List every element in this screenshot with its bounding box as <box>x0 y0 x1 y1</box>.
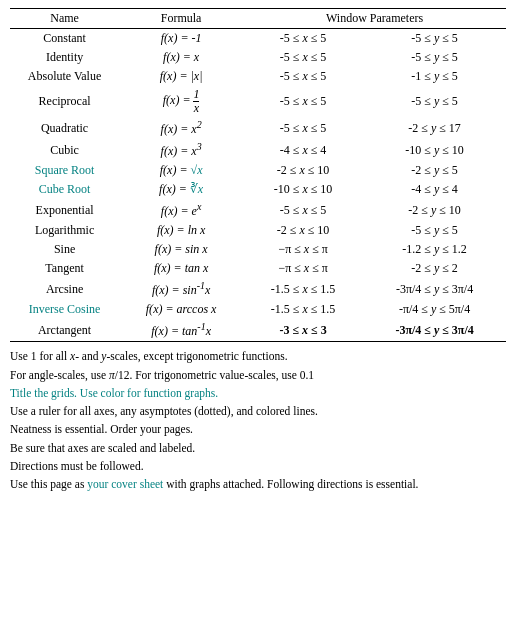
cell-xrange: -5 ≤ x ≤ 5 <box>243 117 363 139</box>
cell-name: Absolute Value <box>10 67 119 86</box>
cell-yrange: -2 ≤ y ≤ 5 <box>363 161 506 180</box>
cell-xrange: −π ≤ x ≤ π <box>243 240 363 259</box>
cell-name: Quadratic <box>10 117 119 139</box>
cell-formula: f(x) = arccos x <box>119 300 243 319</box>
cell-name: Square Root <box>10 161 119 180</box>
cell-name: Cube Root <box>10 180 119 199</box>
cell-yrange: -4 ≤ y ≤ 4 <box>363 180 506 199</box>
cell-formula: f(x) = ex <box>119 199 243 221</box>
table-row: Cubicf(x) = x3-4 ≤ x ≤ 4-10 ≤ y ≤ 10 <box>10 139 506 161</box>
header-name: Name <box>10 9 119 29</box>
cell-name: Cubic <box>10 139 119 161</box>
cell-formula: f(x) = ∛x <box>119 180 243 199</box>
cell-name: Arctangent <box>10 319 119 342</box>
cell-formula: f(x) = sin x <box>119 240 243 259</box>
cell-xrange: -2 ≤ x ≤ 10 <box>243 221 363 240</box>
cell-xrange: -5 ≤ x ≤ 5 <box>243 199 363 221</box>
cell-name: Tangent <box>10 259 119 278</box>
cell-name: Arcsine <box>10 278 119 300</box>
cell-yrange: -5 ≤ y ≤ 5 <box>363 48 506 67</box>
cell-yrange: -5 ≤ y ≤ 5 <box>363 29 506 49</box>
cell-formula: f(x) = √x <box>119 161 243 180</box>
cell-name: Reciprocal <box>10 86 119 117</box>
cell-yrange: -5 ≤ y ≤ 5 <box>363 221 506 240</box>
table-row: Logarithmicf(x) = ln x-2 ≤ x ≤ 10-5 ≤ y … <box>10 221 506 240</box>
cell-xrange: -1.5 ≤ x ≤ 1.5 <box>243 278 363 300</box>
cell-xrange: -5 ≤ x ≤ 5 <box>243 86 363 117</box>
cell-xrange: -3 ≤ x ≤ 3 <box>243 319 363 342</box>
header-window: Window Parameters <box>243 9 506 29</box>
note-7: Directions must be followed. <box>10 458 506 475</box>
cell-yrange: -2 ≤ y ≤ 17 <box>363 117 506 139</box>
table-row: Exponentialf(x) = ex-5 ≤ x ≤ 5-2 ≤ y ≤ 1… <box>10 199 506 221</box>
cell-formula: f(x) = x <box>119 48 243 67</box>
table-row: Quadraticf(x) = x2-5 ≤ x ≤ 5-2 ≤ y ≤ 17 <box>10 117 506 139</box>
table-row: Cube Rootf(x) = ∛x-10 ≤ x ≤ 10-4 ≤ y ≤ 4 <box>10 180 506 199</box>
cell-xrange: -2 ≤ x ≤ 10 <box>243 161 363 180</box>
note-8: Use this page as your cover sheet with g… <box>10 476 506 493</box>
cell-formula: f(x) = x3 <box>119 139 243 161</box>
cell-formula: f(x) = -1 <box>119 29 243 49</box>
cell-yrange: -3π/4 ≤ y ≤ 3π/4 <box>363 278 506 300</box>
table-row: Inverse Cosinef(x) = arccos x-1.5 ≤ x ≤ … <box>10 300 506 319</box>
cell-yrange: -2 ≤ y ≤ 10 <box>363 199 506 221</box>
cell-yrange: -1 ≤ y ≤ 5 <box>363 67 506 86</box>
table-row: Tangentf(x) = tan x−π ≤ x ≤ π-2 ≤ y ≤ 2 <box>10 259 506 278</box>
cell-yrange: -π/4 ≤ y ≤ 5π/4 <box>363 300 506 319</box>
cell-name: Logarithmic <box>10 221 119 240</box>
table-row: Arctangentf(x) = tan-1x-3 ≤ x ≤ 3-3π/4 ≤… <box>10 319 506 342</box>
cell-formula: f(x) = |x| <box>119 67 243 86</box>
cell-yrange: -2 ≤ y ≤ 2 <box>363 259 506 278</box>
cell-formula: f(x) = x2 <box>119 117 243 139</box>
cell-formula: f(x) = 1x <box>119 86 243 117</box>
cell-xrange: -1.5 ≤ x ≤ 1.5 <box>243 300 363 319</box>
note-3: Title the grids. Use color for function … <box>10 385 506 402</box>
cell-xrange: -5 ≤ x ≤ 5 <box>243 29 363 49</box>
cell-xrange: -5 ≤ x ≤ 5 <box>243 48 363 67</box>
note-4: Use a ruler for all axes, any asymptotes… <box>10 403 506 420</box>
table-row: Absolute Valuef(x) = |x|-5 ≤ x ≤ 5-1 ≤ y… <box>10 67 506 86</box>
table-row: Constantf(x) = -1-5 ≤ x ≤ 5-5 ≤ y ≤ 5 <box>10 29 506 49</box>
cell-formula: f(x) = sin-1x <box>119 278 243 300</box>
cell-yrange: -1.2 ≤ y ≤ 1.2 <box>363 240 506 259</box>
cell-name: Exponential <box>10 199 119 221</box>
cell-name: Identity <box>10 48 119 67</box>
note-5: Neatness is essential. Order your pages. <box>10 421 506 438</box>
table-row: Arcsinef(x) = sin-1x-1.5 ≤ x ≤ 1.5-3π/4 … <box>10 278 506 300</box>
cell-xrange: -5 ≤ x ≤ 5 <box>243 67 363 86</box>
table-row: Reciprocalf(x) = 1x-5 ≤ x ≤ 5-5 ≤ y ≤ 5 <box>10 86 506 117</box>
cell-yrange: -3π/4 ≤ y ≤ 3π/4 <box>363 319 506 342</box>
cell-xrange: −π ≤ x ≤ π <box>243 259 363 278</box>
note-6: Be sure that axes are scaled and labeled… <box>10 440 506 457</box>
cell-formula: f(x) = ln x <box>119 221 243 240</box>
cell-formula: f(x) = tan x <box>119 259 243 278</box>
table-row: Sinef(x) = sin x−π ≤ x ≤ π-1.2 ≤ y ≤ 1.2 <box>10 240 506 259</box>
cell-name: Constant <box>10 29 119 49</box>
cell-formula: f(x) = tan-1x <box>119 319 243 342</box>
cell-yrange: -10 ≤ y ≤ 10 <box>363 139 506 161</box>
note-2: For angle-scales, use π/12. For trigonom… <box>10 367 506 384</box>
cell-xrange: -10 ≤ x ≤ 10 <box>243 180 363 199</box>
header-formula: Formula <box>119 9 243 29</box>
notes-section: Use 1 for all x- and y-scales, except tr… <box>10 348 506 493</box>
table-row: Identityf(x) = x-5 ≤ x ≤ 5-5 ≤ y ≤ 5 <box>10 48 506 67</box>
cell-yrange: -5 ≤ y ≤ 5 <box>363 86 506 117</box>
note-1: Use 1 for all x- and y-scales, except tr… <box>10 348 506 365</box>
table-row: Square Rootf(x) = √x-2 ≤ x ≤ 10-2 ≤ y ≤ … <box>10 161 506 180</box>
cell-name: Inverse Cosine <box>10 300 119 319</box>
cell-xrange: -4 ≤ x ≤ 4 <box>243 139 363 161</box>
cell-name: Sine <box>10 240 119 259</box>
